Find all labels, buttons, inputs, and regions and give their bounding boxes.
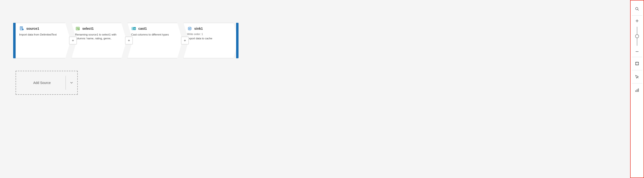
sink1-desc: Export data to cache: [187, 36, 235, 40]
cast1-desc: Cast columns to different types: [131, 33, 179, 36]
node-source1-header: source1: [19, 26, 67, 31]
fit-screen-button[interactable]: [630, 58, 644, 69]
graph-icon: [635, 88, 639, 92]
selection-icon: [635, 75, 639, 79]
add-source-box[interactable]: Add Source: [16, 71, 78, 95]
cast1-icon: AB 12: [131, 26, 136, 31]
node-source1[interactable]: source1 Import data from DelimitedText: [16, 23, 70, 58]
search-button[interactable]: [630, 3, 644, 14]
toolbar-divider-3: [632, 70, 642, 70]
sink1-icon: [187, 26, 192, 31]
pipeline-start-bar: [13, 23, 16, 58]
pipeline-end-bar: [236, 23, 238, 58]
add-source-chevron-icon[interactable]: [66, 81, 77, 85]
svg-rect-10: [636, 62, 639, 65]
node-cast1-header: AB 12 cast1: [131, 26, 179, 31]
node-select1[interactable]: select1 Renaming source1 to select1 with…: [72, 23, 126, 58]
source1-desc: Import data from DelimitedText: [19, 33, 67, 36]
select1-desc: Renaming source1 to select1 with columns…: [75, 33, 123, 40]
pipeline-row: source1 Import data from DelimitedText +…: [13, 23, 238, 58]
pipeline-canvas: source1 Import data from DelimitedText +…: [0, 0, 644, 178]
node-select1-header: select1: [75, 26, 123, 31]
zoom-in-icon: [635, 19, 639, 23]
node-cast1[interactable]: AB 12 cast1 Cast columns to different ty…: [128, 23, 182, 58]
fit-screen-icon: [635, 61, 639, 66]
plus-connector-1[interactable]: +: [69, 37, 77, 44]
svg-text:12: 12: [134, 28, 136, 30]
graph-button[interactable]: [630, 84, 644, 96]
source1-title: source1: [26, 27, 39, 31]
zoom-in-button[interactable]: [630, 17, 644, 25]
svg-point-9: [636, 8, 638, 10]
add-source-label: Add Source: [16, 81, 66, 85]
toolbar-divider-1: [632, 15, 642, 16]
zoom-out-button[interactable]: [630, 47, 644, 56]
select1-icon: [75, 26, 80, 31]
select1-title: select1: [82, 27, 94, 31]
zoom-slider-thumb[interactable]: [635, 34, 639, 38]
node-sink1[interactable]: sink1 Write order: 1 Export data to cach…: [184, 23, 238, 58]
search-icon: [635, 7, 639, 11]
toolbar-divider-2: [632, 57, 642, 57]
svg-rect-13: [638, 88, 639, 92]
plus-connector-3[interactable]: +: [181, 37, 189, 44]
toolbar-divider-4: [632, 83, 642, 83]
sink1-title: sink1: [194, 27, 203, 31]
plus-connector-2[interactable]: +: [125, 37, 133, 44]
zoom-out-icon: [635, 49, 639, 54]
sink1-subtitle: Write order: 1: [187, 33, 235, 36]
svg-rect-11: [636, 91, 636, 92]
source1-icon: [19, 26, 24, 31]
right-toolbar: [630, 0, 644, 178]
cast1-title: cast1: [138, 27, 147, 31]
node-sink1-header: sink1: [187, 26, 235, 31]
selection-button[interactable]: [630, 71, 644, 82]
zoom-slider-track: [636, 27, 638, 46]
svg-rect-12: [636, 89, 638, 92]
